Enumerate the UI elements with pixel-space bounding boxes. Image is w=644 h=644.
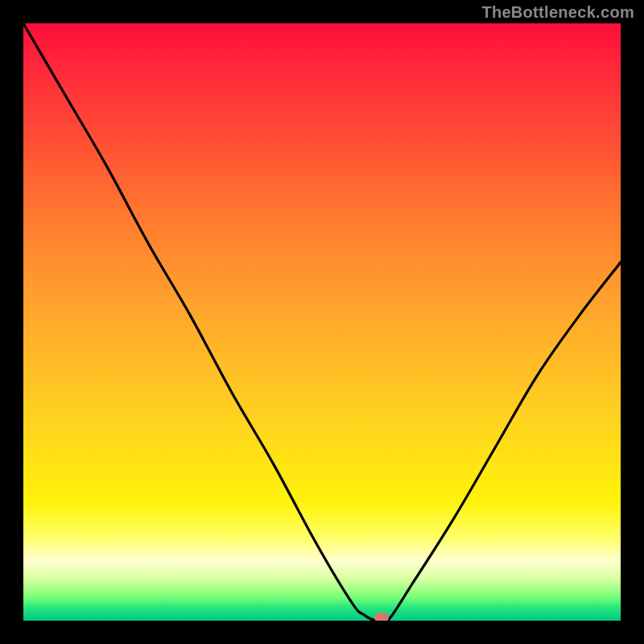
optimal-marker: [374, 613, 389, 621]
chart-root: TheBottleneck.com: [0, 0, 644, 644]
bottleneck-curve: [23, 23, 621, 621]
curve-path: [23, 23, 621, 621]
plot-area: [23, 23, 621, 621]
watermark-text: TheBottleneck.com: [481, 3, 634, 22]
